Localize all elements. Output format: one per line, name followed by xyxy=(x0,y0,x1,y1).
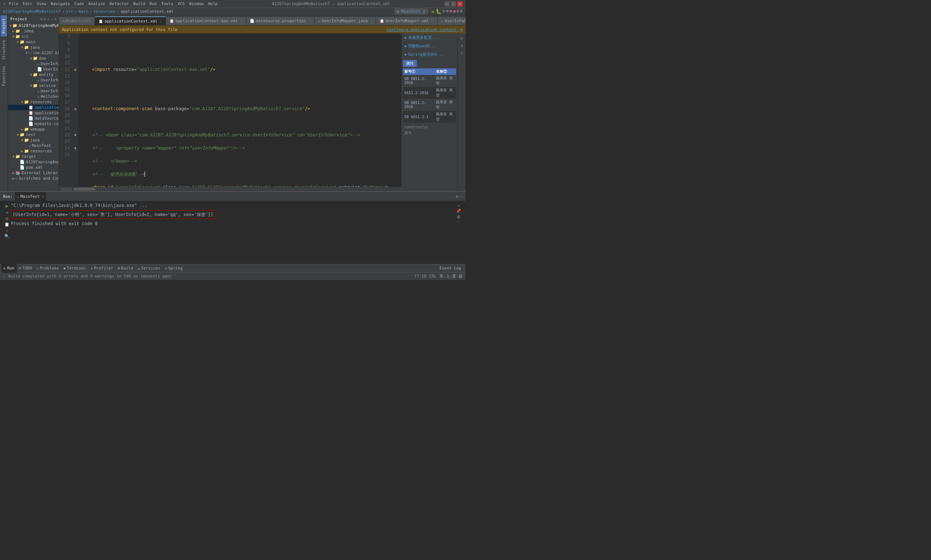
run-filter-icon[interactable]: 🔍 xyxy=(5,234,9,238)
scrollbar-thumb[interactable] xyxy=(74,188,95,191)
sidebar-label-structure[interactable]: Structure xyxy=(1,37,7,63)
menu-vcs[interactable]: VCS xyxy=(177,2,185,6)
tree-item-main[interactable]: ▼ 📁 main xyxy=(8,39,58,45)
tree-item-maintest[interactable]: ▶ ☕ MainTest xyxy=(8,143,58,148)
bottom-tab-profiler[interactable]: ✦ Profiler xyxy=(88,266,115,271)
run-stop-icon[interactable]: ■ xyxy=(5,216,8,221)
tab-appcontext-dao[interactable]: 📋 applicationContext-dao.xml ✕ xyxy=(166,16,246,25)
run-settings-icon[interactable]: ⚙ xyxy=(456,194,459,199)
strip-btn-3[interactable]: ↕ xyxy=(459,49,465,56)
menu-edit[interactable]: Edit xyxy=(23,2,32,6)
sidebar-label-favorites[interactable]: Favorites xyxy=(1,63,7,89)
breadcrumb-src[interactable]: src xyxy=(66,9,74,14)
menu-navigate[interactable]: Navigate xyxy=(51,2,70,6)
debug-button[interactable]: 🐛 xyxy=(435,9,442,14)
tree-item-test-java[interactable]: ▼ 📁 java xyxy=(8,137,58,143)
bottom-tab-build[interactable]: ⚙ Build xyxy=(115,266,135,271)
tree-item-userinfo[interactable]: ▶ ☕ UserInfo xyxy=(8,77,58,83)
run-wrap-icon[interactable]: ↵ xyxy=(457,203,460,208)
tree-item-userinfomapper-xml[interactable]: ▶ 📄 UserInfoMapper.xml xyxy=(8,66,58,72)
status-position[interactable]: 17:18 xyxy=(414,274,426,278)
breadcrumb-project[interactable]: A1207springAndMyBatisch7 xyxy=(3,9,61,14)
run-button[interactable]: ▶ xyxy=(432,9,435,14)
run-clear-icon[interactable]: 🗑 xyxy=(457,215,461,219)
tree-item-webapp[interactable]: ▶ 📁 webapp xyxy=(8,126,58,132)
toolbar-icon2[interactable]: ⊞ xyxy=(450,9,452,14)
tab-userinfomapper-java[interactable]: ☕ UserInfoMapper.java ✕ xyxy=(315,16,376,25)
tree-item-java[interactable]: ▼ 📁 java xyxy=(8,45,58,50)
right-panel-item-1[interactable]: ◆ 掌握更多配置... xyxy=(402,34,457,42)
tree-item-dao[interactable]: ▼ 📁 dao xyxy=(8,55,58,61)
right-panel-item-2[interactable]: ◆ 理解Bean的... xyxy=(402,42,457,50)
table-row-4[interactable]: GB 6651-2-1 践美安 类型 xyxy=(403,111,456,123)
menu-run[interactable]: Run xyxy=(149,2,157,6)
sidebar-label-project[interactable]: Project xyxy=(1,15,7,36)
tab-ndmybatisch[interactable]: ndMyBatisch7) xyxy=(59,16,95,25)
strip-btn-2[interactable]: ≡ xyxy=(459,42,465,49)
run-dump-icon[interactable]: 📋 xyxy=(5,222,9,227)
run-tab-maintest[interactable]: ☕ MainTest ✕ xyxy=(15,192,46,201)
menu-tools[interactable]: Tools xyxy=(161,2,173,6)
run-more-icon[interactable]: ⋮ xyxy=(457,220,461,225)
tab-close-4[interactable]: ✕ xyxy=(370,19,372,23)
attr-button[interactable]: 属性 xyxy=(403,60,417,67)
run-scroll-icon[interactable]: ↓ xyxy=(6,228,8,233)
bottom-tab-terminal[interactable]: ▪ Terminal xyxy=(61,266,88,271)
minimize-button[interactable]: — xyxy=(445,2,449,6)
menu-build[interactable]: Build xyxy=(133,2,145,6)
tab-datasource[interactable]: 📄 dataSource.properties ✕ xyxy=(246,16,315,25)
tree-item-src[interactable]: ▼ 📁 src xyxy=(8,34,58,39)
coverage-button[interactable]: ⊙ xyxy=(443,9,445,14)
sidebar-close-icon[interactable]: ✕ xyxy=(54,17,56,22)
maximize-button[interactable]: □ xyxy=(451,2,456,6)
run-play-icon[interactable]: ▶ xyxy=(5,203,8,209)
table-row-1[interactable]: GB 6651-2-2016 践美安 类型 xyxy=(403,75,456,87)
tree-item-target[interactable]: ▼ 📁 target xyxy=(8,154,58,159)
bottom-tab-run[interactable]: ▶ Run xyxy=(2,264,17,273)
menu-help[interactable]: Help xyxy=(208,2,218,6)
menu-view[interactable]: View xyxy=(37,2,46,6)
menu-analyze[interactable]: Analyze xyxy=(88,2,105,6)
tree-item-scratches[interactable]: ▶ ✏ Scratches and Consoles xyxy=(8,175,58,181)
tree-item-idea[interactable]: ▶ 📁 .idea xyxy=(8,28,58,34)
status-encoding[interactable]: CRL xyxy=(429,274,436,278)
menu-code[interactable]: Code xyxy=(74,2,84,6)
tree-item-external-libs[interactable]: ▶ 📚 External Libraries xyxy=(8,170,58,175)
toolbar-icon4[interactable]: ≡ xyxy=(457,9,459,14)
tree-item-pom[interactable]: ▶ 📄 pom.xml xyxy=(8,165,58,170)
run-rerun-icon[interactable]: ↺ xyxy=(5,210,8,215)
tree-item-datasource[interactable]: ▶ 📄 dataSource.properties xyxy=(8,115,58,121)
tab-close-3[interactable]: ✕ xyxy=(308,19,311,23)
horizontal-scrollbar[interactable]: beans xyxy=(59,187,466,191)
tree-item-service[interactable]: ▼ 📁 service xyxy=(8,83,58,88)
gutter-18[interactable]: ● xyxy=(72,105,78,112)
bottom-tab-services[interactable]: ☁ Services xyxy=(135,266,163,271)
tree-item-helloservlet[interactable]: ▶ ☕ HelloServlet xyxy=(8,94,58,99)
menu-window[interactable]: Window xyxy=(189,2,204,6)
sidebar-settings-icon[interactable]: ⚙ xyxy=(40,17,43,22)
tab-close-appcontext[interactable]: ✕ xyxy=(160,19,162,23)
configure-link[interactable]: Configure application context ⚙ xyxy=(386,27,463,32)
tree-item-appcontext-dao[interactable]: ▶ 📋 applicationContext-dao.xml xyxy=(8,110,58,115)
toolbar-icon3[interactable]: ■ xyxy=(453,9,455,14)
table-row-3[interactable]: GB 6651-2-2016 践美安 类型 xyxy=(403,99,456,111)
bottom-tab-problems[interactable]: ⚠ Problems xyxy=(34,266,62,271)
tree-item-userinfoservice[interactable]: ▶ ☕ UserInfoService xyxy=(8,88,58,94)
strip-btn-1[interactable]: ⚙ xyxy=(459,35,465,42)
tree-item-appcontext[interactable]: ▶ 📋 applicationContext.xml xyxy=(8,105,58,110)
bottom-tab-spring[interactable]: ✿ Spring xyxy=(163,266,185,271)
toolbar-icon5[interactable]: A xyxy=(460,9,463,14)
tab-userinfoservice[interactable]: ☕ UserInfoService.java ✕ xyxy=(437,16,466,25)
run-minimize-icon[interactable]: — xyxy=(460,194,463,199)
code-content[interactable]: <import resource="applicationContext-dao… xyxy=(78,34,401,187)
tree-item-package[interactable]: ▼ ⬡ com.A1207.A1207springAndMyBat... xyxy=(8,50,58,55)
run-pin-icon[interactable]: 📌 xyxy=(456,209,461,214)
run-tab-close[interactable]: ✕ xyxy=(42,195,44,198)
sidebar-collapse-icon[interactable]: — xyxy=(51,17,53,22)
gutter-12[interactable]: ● xyxy=(72,66,78,73)
run-config-selector[interactable]: ▶ MainTest ▾ xyxy=(395,8,428,15)
tab-userinfomapper-xml[interactable]: 📋 UserInfoMapper.xml ✕ xyxy=(376,16,437,25)
sidebar-layout-icon[interactable]: ≡ xyxy=(44,17,46,22)
toolbar-icon1[interactable]: ⚙ xyxy=(446,9,449,14)
tree-item-mybaits[interactable]: ▶ 📄 mybaits-config.xml xyxy=(8,121,58,126)
